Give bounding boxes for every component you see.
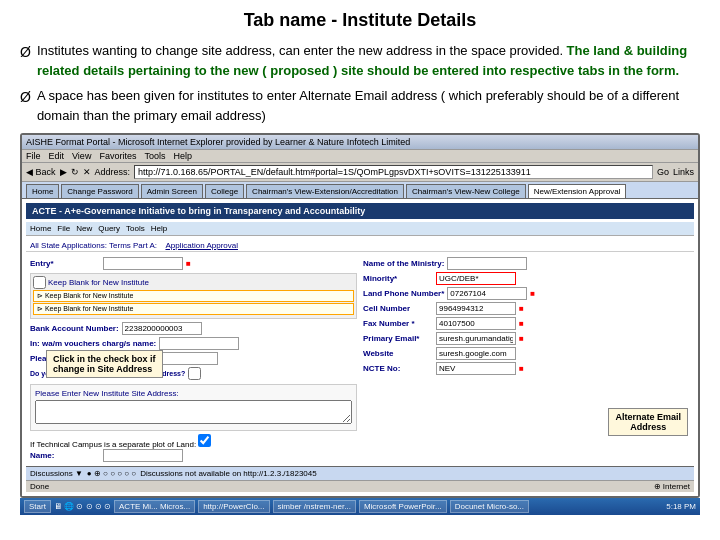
taskbar-start[interactable]: Start [24,500,51,513]
technical-campus-row: If Technical Campus is a separate plot o… [30,434,357,449]
required-cell: ■ [519,304,524,313]
input-bank[interactable] [122,322,202,335]
tab-chairman-new[interactable]: Chairman's View-New College [406,184,526,198]
input-website[interactable] [436,347,516,360]
site-address-section: Please Enter New Institute Site Address: [30,384,357,431]
required-fax: ■ [519,319,524,328]
sub-nav-help[interactable]: Help [151,224,167,233]
input-minority[interactable] [436,272,516,285]
sub-nav-query[interactable]: Query [98,224,120,233]
label-website: Website [363,349,433,358]
stop-button[interactable]: ✕ [83,167,91,177]
bullet-item-2: Ø A space has been given for institutes … [20,86,700,125]
sub-nav-tools[interactable]: Tools [126,224,145,233]
tab-change-password[interactable]: Change Password [61,184,138,198]
page-container: Tab name - Institute Details Ø Institute… [0,0,720,540]
form-row-website: Website [363,347,690,360]
bullet-text-1-green: The land & building related details pert… [37,43,687,78]
checkbox-site-change[interactable] [188,367,201,380]
form-grid: Entry* ■ Keep Blank for New Institute ⊳ … [26,255,694,466]
refresh-button[interactable]: ↻ [71,167,79,177]
label-fax: Fax Number * [363,319,433,328]
taskbar-powerpoint[interactable]: Microsoft PowerPoir... [359,500,447,513]
input-voucher[interactable] [159,337,239,350]
required-entry: ■ [186,259,191,268]
menu-view[interactable]: View [72,151,91,161]
tab-new-extension[interactable]: New/Extension Approval [528,184,627,198]
input-landphone[interactable] [447,287,527,300]
technical-campus-checkbox[interactable] [198,434,211,447]
form-row-ministry: Name of the Ministry: [363,257,690,270]
status-bar: Done ⊕ Internet [26,480,694,492]
tab-admin-screen[interactable]: Admin Screen [141,184,203,198]
form-row-bank: Bank Account Number: [30,322,357,335]
technical-campus-label: If Technical Campus is a separate plot o… [30,440,196,449]
required-landphone: ■ [530,289,535,298]
input-entry[interactable] [103,257,183,270]
status-zone: ⊕ Internet [654,482,690,491]
form-row-entry: Entry* ■ [30,257,357,270]
checkbox-keep-blank-1: Keep Blank for New Institute [33,276,354,289]
bullet-text-2: A space has been given for institutes to… [37,86,700,125]
sub-nav-new[interactable]: New [76,224,92,233]
input-email[interactable] [436,332,516,345]
taskbar-docs[interactable]: Docunet Micro-so... [450,500,529,513]
label-ncte: NCTE No: [363,364,433,373]
browser-titlebar: AISHE Format Portal - Microsoft Internet… [22,135,698,150]
status-spacer [53,482,650,491]
form-row-name: Name: [30,449,357,462]
application-approval-link[interactable]: Application Approval [165,241,238,250]
site-address-label: Please Enter New Institute Site Address: [35,389,352,398]
label-landphone: Land Phone Number* [363,289,444,298]
menu-tools[interactable]: Tools [144,151,165,161]
app-content: ACTE - A+e-Governance Initiative to brin… [22,199,698,496]
bullet-arrow-2: Ø [20,87,31,108]
go-button[interactable]: Go [657,167,669,177]
checkbox-input-1[interactable] [33,276,46,289]
keep-blank-note-1: ⊳ Keep Blank for New Institute [33,290,354,302]
tab-college[interactable]: College [205,184,244,198]
label-bank: Bank Account Number: [30,324,119,333]
form-row-fax: Fax Number * ■ [363,317,690,330]
tab-chairman-extension[interactable]: Chairman's View-Extension/Accreditation [246,184,404,198]
browser-menubar: File Edit View Favorites Tools Help [22,150,698,163]
menu-edit[interactable]: Edit [49,151,65,161]
bullet-arrow-1: Ø [20,42,31,63]
bottom-text: Discussions not available on http://1.2.… [140,469,317,478]
label-name: Name: [30,451,100,460]
input-name[interactable] [103,449,183,462]
back-button[interactable]: ◀ Back [26,167,56,177]
page-title: Tab name - Institute Details [20,10,700,31]
address-bar[interactable]: http://71.0.168.65/PORTAL_EN/default.htm… [134,165,653,179]
tab-home[interactable]: Home [26,184,59,198]
checkbox-section: Keep Blank for New Institute ⊳ Keep Blan… [30,273,357,319]
taskbar: Start 🖥 🌐 ⊙ ⊙ ⊙ ⊙ ACTE Mi... Micros... h… [20,498,700,515]
sub-nav-home[interactable]: Home [30,224,51,233]
form-row-cell: Cell Number ■ [363,302,690,315]
alternate-email-callout: Alternate Email Address [608,408,688,436]
taskbar-acte[interactable]: ACTE Mi... Micros... [114,500,195,513]
menu-file[interactable]: File [26,151,41,161]
menu-help[interactable]: Help [173,151,192,161]
nav-tabs-row: Home Change Password Admin Screen Colleg… [22,182,698,199]
input-fax[interactable] [436,317,516,330]
sub-nav-file[interactable]: File [57,224,70,233]
discussions-dropdown[interactable]: Discussions ▼ [30,469,83,478]
taskbar-powerclo[interactable]: http://PowerClo... [198,500,269,513]
form-row-landphone: Land Phone Number* ■ [363,287,690,300]
input-cell[interactable] [436,302,516,315]
bullet-item-1: Ø Institutes wanting to change site addr… [20,41,700,80]
input-ministry[interactable] [447,257,527,270]
menu-favorites[interactable]: Favorites [99,151,136,161]
forward-button[interactable]: ▶ [60,167,67,177]
checkbox-label-1: Keep Blank for New Institute [48,278,149,287]
taskbar-icons: 🖥 🌐 ⊙ ⊙ ⊙ ⊙ [54,502,111,511]
browser-toolbar: ◀ Back ▶ ↻ ✕ Address: http://71.0.168.65… [22,163,698,182]
links-label: Links [673,167,694,177]
site-address-input[interactable] [35,400,352,424]
alternate-email-text: Alternate Email Address [615,412,681,432]
taskbar-simber[interactable]: simber /nstrem-ner... [273,500,356,513]
bottom-bar: Discussions ▼ ● ⊕ ○ ○ ○ ○ ○ Discussions … [26,466,694,480]
input-ncte[interactable] [436,362,516,375]
check-site-callout: Click in the check box if change in Site… [46,350,163,378]
